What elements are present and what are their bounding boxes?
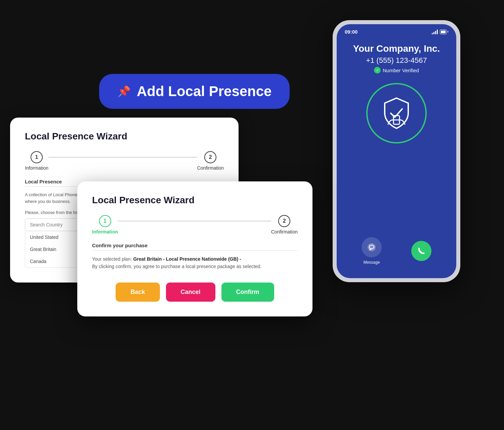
search-country-input[interactable] <box>30 222 84 227</box>
step2-front: 2 Confirmation <box>271 215 298 234</box>
verified-label: Number Verified <box>383 68 419 73</box>
phone-verified: ✓ Number Verified <box>374 67 419 74</box>
step2-circle-back: 2 <box>204 151 216 163</box>
battery-icon <box>440 30 448 34</box>
phone-inner: 09:00 Your <box>337 24 456 278</box>
step2-label-front: Confirmation <box>271 229 298 234</box>
message-label: Message <box>364 260 380 265</box>
call-button-circle[interactable] <box>411 241 431 261</box>
wizard-card-front: Local Presence Wizard 1 Information 2 Co… <box>77 181 312 316</box>
confirm-plan-bold: Great Britain - Local Presence Nationwid… <box>133 256 241 262</box>
back-button[interactable]: Back <box>116 283 160 302</box>
status-bar: 09:00 <box>337 24 456 37</box>
wizard-front-title: Local Presence Wizard <box>92 195 298 206</box>
confirm-description: Your selected plan: Great Britain - Loca… <box>92 255 298 270</box>
status-icons <box>432 30 448 34</box>
stepper-back: 1 Information 2 Confirmation <box>25 151 224 171</box>
step2-back: 2 Confirmation <box>197 151 224 171</box>
add-lp-label: Add Local Presence <box>137 83 271 99</box>
call-action[interactable] <box>411 241 431 261</box>
step1-back: 1 Information <box>25 151 48 171</box>
step-line-back <box>48 157 197 158</box>
shield-circle <box>366 83 427 143</box>
phone-number: +1 (555) 123-4567 <box>366 56 427 65</box>
step1-circle-front: 1 <box>99 215 111 227</box>
message-action[interactable]: Message <box>362 237 382 265</box>
step1-label-back: Information <box>25 165 48 171</box>
shield-icon <box>378 95 415 132</box>
step1-label-front: Information <box>92 229 118 234</box>
step-line-front <box>118 221 271 221</box>
confirm-button[interactable]: Confirm <box>221 283 274 302</box>
phone-bottom-actions: Message <box>337 227 456 278</box>
phone-company-name: Your Company, Inc. <box>353 43 440 54</box>
message-icon <box>362 237 382 257</box>
confirm-title: Confirm your purchase <box>92 243 298 248</box>
step1-front: 1 Information <box>92 215 118 234</box>
stepper-front: 1 Information 2 Confirmation <box>92 215 298 234</box>
status-time: 09:00 <box>345 29 358 35</box>
step2-circle-front: 2 <box>278 215 290 227</box>
verified-check-icon: ✓ <box>374 67 381 74</box>
wizard-back-title: Local Presence Wizard <box>25 131 224 142</box>
confirm-divider <box>92 250 298 251</box>
step2-label-back: Confirmation <box>197 165 224 171</box>
phone-outer: 09:00 Your <box>333 20 460 282</box>
signal-bars-icon <box>432 30 438 34</box>
action-buttons: Back Cancel Confirm <box>92 283 298 302</box>
cancel-button[interactable]: Cancel <box>166 283 215 302</box>
phone-mockup: 09:00 Your <box>333 20 460 282</box>
pin-icon: 📌 <box>117 85 131 98</box>
step1-circle-back: 1 <box>31 151 43 163</box>
svg-point-1 <box>368 243 376 251</box>
add-local-presence-button[interactable]: 📌 Add Local Presence <box>99 74 290 109</box>
